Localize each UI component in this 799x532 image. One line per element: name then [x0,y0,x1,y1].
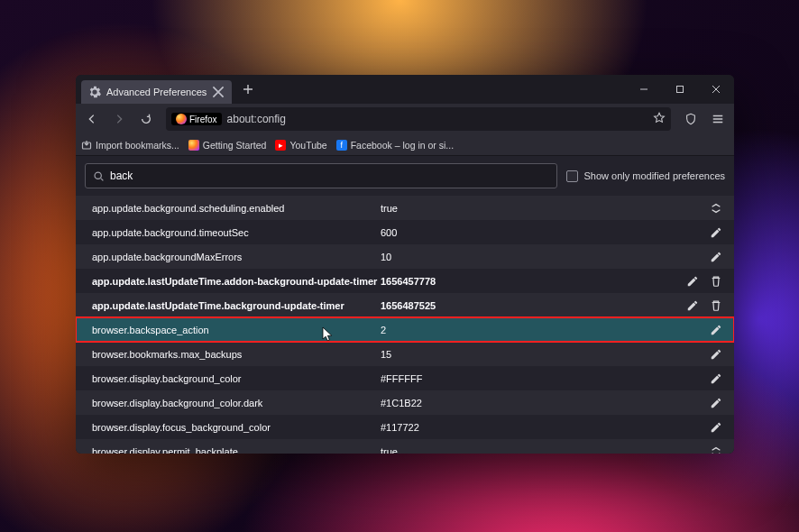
import-icon [81,140,92,151]
pref-name: browser.display.focus_background_color [92,422,381,433]
pref-value: #FFFFFF [381,373,709,384]
bookmark-getting-started[interactable]: Getting Started [188,140,267,151]
pref-row[interactable]: app.update.lastUpdateTime.background-upd… [76,293,734,317]
url-text: about:config [227,113,647,125]
identity-pill[interactable]: Firefox [171,113,222,125]
window-controls [626,75,734,104]
pref-actions [685,298,723,313]
pref-name: app.update.lastUpdateTime.background-upd… [92,300,381,311]
firefox-window: Advanced Preferences Firefox about:confi… [76,75,734,454]
svg-point-2 [95,172,101,179]
edit-button[interactable] [709,347,723,362]
edit-button[interactable] [709,396,723,410]
pref-row[interactable]: browser.display.focus_background_color#1… [76,415,734,439]
edit-button[interactable] [709,225,723,240]
pref-row[interactable]: browser.display.permit_backplatetrue [76,439,734,454]
pref-value: true [381,446,709,454]
reset-button[interactable] [709,298,723,313]
pref-name: browser.display.background_color.dark [92,398,381,408]
bookmarks-toolbar: Import bookmarks... Getting Started ▸ Yo… [76,134,734,156]
titlebar: Advanced Preferences [76,75,734,104]
bookmark-star-button[interactable] [653,112,666,126]
pref-actions [709,225,723,240]
edit-button[interactable] [709,420,723,435]
bookmark-import[interactable]: Import bookmarks... [81,140,179,151]
about-config-content: Show only modified preferences app.updat… [76,156,734,454]
navbar: Firefox about:config [76,104,734,134]
close-window-button[interactable] [698,75,734,104]
pref-name: app.update.lastUpdateTime.addon-backgrou… [92,276,381,287]
pref-actions [709,371,723,386]
pref-search-box[interactable] [85,163,557,188]
firefox-icon [176,114,187,124]
svg-rect-0 [677,87,684,93]
address-bar[interactable]: Firefox about:config [166,107,671,131]
bookmark-facebook[interactable]: f Facebook – log in or si... [336,140,454,151]
pref-value: #117722 [381,422,709,433]
pref-value: 600 [381,227,709,238]
shield-button[interactable] [678,106,703,132]
pref-actions [685,274,723,289]
pref-value: 15 [381,349,709,360]
toggle-button[interactable] [709,445,723,454]
pref-value: #1C1B22 [381,398,709,408]
bookmark-label: YouTube [289,140,326,151]
identity-label: Firefox [189,115,217,124]
youtube-icon: ▸ [275,140,286,151]
pref-row[interactable]: app.update.background.scheduling.enabled… [76,196,734,220]
edit-button[interactable] [685,298,700,313]
pref-actions [709,250,723,264]
new-tab-button[interactable] [235,77,261,102]
pref-value: true [381,203,709,214]
pref-row[interactable]: browser.backspace_action2 [76,317,734,342]
firefox-icon [188,140,199,151]
edit-button[interactable] [685,274,700,289]
edit-button[interactable] [709,250,723,264]
bookmark-label: Facebook – log in or si... [351,140,454,151]
pref-name: app.update.backgroundMaxErrors [92,252,381,262]
pref-row[interactable]: browser.display.background_color.dark#1C… [76,390,734,415]
active-tab[interactable]: Advanced Preferences [81,80,232,104]
pref-name: app.update.background.scheduling.enabled [92,203,381,214]
forward-button[interactable] [106,106,132,132]
pref-value: 2 [381,325,709,335]
pref-row[interactable]: browser.bookmarks.max_backups15 [76,342,734,366]
reload-button[interactable] [133,106,159,132]
search-row: Show only modified preferences [76,156,734,196]
close-tab-button[interactable] [212,86,225,98]
show-only-modified[interactable]: Show only modified preferences [566,170,725,182]
search-icon [93,170,105,182]
pref-actions [709,445,723,454]
show-only-label: Show only modified preferences [583,170,725,181]
maximize-button[interactable] [662,75,698,104]
minimize-button[interactable] [626,75,662,104]
pref-row[interactable]: app.update.backgroundMaxErrors10 [76,244,734,269]
pref-name: app.update.background.timeoutSec [92,227,381,238]
back-button[interactable] [79,106,105,132]
pref-list: app.update.background.scheduling.enabled… [76,196,734,454]
bookmark-label: Import bookmarks... [96,140,179,151]
pref-actions [709,323,723,337]
tab-title: Advanced Preferences [106,87,207,97]
pref-row[interactable]: app.update.lastUpdateTime.addon-backgrou… [76,269,734,293]
pref-actions [709,347,723,362]
show-only-checkbox[interactable] [566,170,578,182]
gear-icon [88,86,101,98]
app-menu-button[interactable] [705,106,730,132]
toggle-button[interactable] [709,201,723,216]
pref-actions [709,420,723,435]
edit-button[interactable] [709,323,723,337]
pref-value: 1656487525 [381,300,685,311]
pref-row[interactable]: browser.display.background_color#FFFFFF [76,366,734,390]
pref-value: 1656457778 [381,276,685,287]
pref-row[interactable]: app.update.background.timeoutSec600 [76,220,734,244]
pref-name: browser.backspace_action [92,325,381,335]
pref-search-input[interactable] [110,170,549,182]
pref-name: browser.display.background_color [92,373,381,384]
bookmark-label: Getting Started [203,140,267,151]
bookmark-youtube[interactable]: ▸ YouTube [275,140,326,151]
edit-button[interactable] [709,371,723,386]
pref-actions [709,396,723,410]
reset-button[interactable] [709,274,723,289]
pref-name: browser.display.permit_backplate [92,446,381,454]
